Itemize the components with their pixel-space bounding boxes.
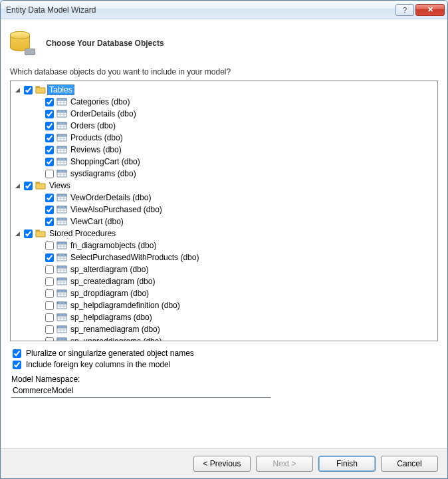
- item-checkbox[interactable]: [45, 194, 54, 202]
- tree-item[interactable]: Orders (dbo): [12, 120, 436, 132]
- tree-group-tables[interactable]: ◢Tables: [12, 84, 436, 96]
- item-label[interactable]: ViewAlsoPurchased (dbo): [68, 205, 164, 214]
- item-label[interactable]: fn_diagramobjects (dbo): [68, 241, 158, 250]
- table-icon: [56, 157, 67, 166]
- item-label[interactable]: sp_dropdiagram (dbo): [68, 289, 151, 298]
- close-button[interactable]: ✕: [415, 4, 445, 16]
- item-label[interactable]: VewOrderDetails (dbo): [68, 193, 153, 202]
- svg-rect-36: [57, 194, 66, 196]
- svg-rect-11: [57, 122, 66, 124]
- finish-button[interactable]: Finish: [318, 456, 376, 472]
- tree-item[interactable]: VewOrderDetails (dbo): [12, 192, 436, 204]
- group-checkbox[interactable]: [24, 182, 33, 190]
- tree-item[interactable]: SelectPurchasedWithProducts (dbo): [12, 251, 436, 263]
- tree-group-sprocs[interactable]: ◢Stored Procedures: [12, 228, 436, 240]
- svg-rect-81: [57, 314, 66, 316]
- group-label[interactable]: Views: [47, 181, 72, 190]
- cancel-button[interactable]: Cancel: [381, 456, 438, 472]
- item-label[interactable]: sp_alterdiagram (dbo): [68, 265, 150, 274]
- group-checkbox[interactable]: [24, 86, 33, 94]
- item-checkbox[interactable]: [45, 134, 54, 142]
- item-label[interactable]: ViewCart (dbo): [68, 217, 126, 226]
- item-checkbox[interactable]: [45, 313, 54, 322]
- item-label[interactable]: SelectPurchasedWithProducts (dbo): [68, 253, 201, 262]
- tree-item[interactable]: ViewAlsoPurchased (dbo): [12, 204, 436, 216]
- fk-option: Include foreign key columns in the model: [11, 360, 437, 369]
- item-checkbox[interactable]: [45, 146, 54, 154]
- table-icon: [56, 277, 67, 286]
- item-checkbox[interactable]: [45, 241, 54, 250]
- item-checkbox[interactable]: [45, 301, 54, 310]
- item-checkbox[interactable]: [45, 110, 54, 118]
- item-label[interactable]: sp_renamediagram (dbo): [68, 325, 162, 334]
- tree-item[interactable]: sp_upgraddiagrams (dbo): [12, 335, 436, 341]
- pluralize-label[interactable]: Pluralize or singularize generated objec…: [26, 349, 194, 358]
- svg-rect-66: [57, 278, 66, 280]
- item-checkbox[interactable]: [45, 98, 54, 106]
- item-label[interactable]: ShoppingCart (dbo): [68, 157, 142, 166]
- item-label[interactable]: sp_upgraddiagrams (dbo): [68, 337, 164, 341]
- group-label[interactable]: Tables: [47, 84, 74, 95]
- item-label[interactable]: sp_helpdiagramdefinition (dbo): [68, 301, 182, 310]
- item-label[interactable]: Reviews (dbo): [68, 145, 124, 154]
- tree-item[interactable]: sp_dropdiagram (dbo): [12, 287, 436, 299]
- item-label[interactable]: Categories (dbo): [68, 97, 132, 106]
- content-area: Choose Your Database Objects Which datab…: [1, 19, 447, 448]
- tree-item[interactable]: Categories (dbo): [12, 96, 436, 108]
- expand-toggle-icon[interactable]: ◢: [13, 182, 21, 190]
- tree-item[interactable]: ShoppingCart (dbo): [12, 156, 436, 168]
- database-icon: [10, 30, 34, 57]
- window-title: Entity Data Model Wizard: [6, 5, 395, 15]
- svg-rect-51: [57, 242, 66, 244]
- group-checkbox[interactable]: [24, 230, 33, 238]
- tree-item[interactable]: sp_alterdiagram (dbo): [12, 263, 436, 275]
- item-checkbox[interactable]: [45, 206, 54, 214]
- tree-item[interactable]: fn_diagramobjects (dbo): [12, 240, 436, 251]
- tree-item[interactable]: sp_creatediagram (dbo): [12, 275, 436, 287]
- item-checkbox[interactable]: [45, 218, 54, 226]
- expand-toggle-icon[interactable]: ◢: [13, 230, 21, 238]
- item-checkbox[interactable]: [45, 253, 54, 262]
- item-checkbox[interactable]: [45, 325, 54, 334]
- fk-label[interactable]: Include foreign key columns in the model: [26, 360, 170, 369]
- item-checkbox[interactable]: [45, 170, 54, 178]
- tree-item[interactable]: Products (dbo): [12, 132, 436, 144]
- item-label[interactable]: sysdiagrams (dbo): [68, 169, 138, 178]
- tree-item[interactable]: sp_helpdiagrams (dbo): [12, 311, 436, 323]
- button-bar: < Previous Next > Finish Cancel: [1, 448, 447, 478]
- item-label[interactable]: Orders (dbo): [68, 121, 118, 130]
- item-checkbox[interactable]: [45, 277, 54, 286]
- item-checkbox[interactable]: [45, 289, 54, 298]
- item-label[interactable]: OrderDetails (dbo): [68, 109, 138, 118]
- table-icon: [56, 193, 67, 202]
- tree-item[interactable]: sysdiagrams (dbo): [12, 168, 436, 180]
- svg-rect-1: [57, 98, 66, 100]
- item-checkbox[interactable]: [45, 122, 54, 130]
- page-title: Choose Your Database Objects: [46, 39, 164, 48]
- tree-item[interactable]: Reviews (dbo): [12, 144, 436, 156]
- tree-item[interactable]: sp_renamediagram (dbo): [12, 323, 436, 335]
- item-checkbox[interactable]: [45, 265, 54, 274]
- tree-item[interactable]: OrderDetails (dbo): [12, 108, 436, 120]
- table-icon: [56, 241, 67, 250]
- group-label[interactable]: Stored Procedures: [47, 229, 118, 238]
- item-checkbox[interactable]: [45, 158, 54, 166]
- pluralize-checkbox[interactable]: [13, 349, 21, 358]
- expand-toggle-icon[interactable]: ◢: [13, 86, 21, 94]
- tree-group-views[interactable]: ◢Views: [12, 180, 436, 192]
- tree-item[interactable]: ViewCart (dbo): [12, 216, 436, 228]
- item-label[interactable]: sp_creatediagram (dbo): [68, 277, 157, 286]
- namespace-input[interactable]: [11, 384, 271, 398]
- objects-tree[interactable]: ◢TablesCategories (dbo)OrderDetails (dbo…: [10, 80, 438, 341]
- tree-item[interactable]: sp_helpdiagramdefinition (dbo): [12, 299, 436, 311]
- svg-rect-91: [57, 338, 66, 340]
- options-area: Pluralize or singularize generated objec…: [10, 341, 438, 400]
- pluralize-option: Pluralize or singularize generated objec…: [11, 349, 437, 358]
- next-button[interactable]: Next >: [256, 456, 313, 472]
- item-label[interactable]: Products (dbo): [68, 133, 125, 142]
- fk-checkbox[interactable]: [13, 361, 21, 369]
- help-button[interactable]: ?: [395, 4, 414, 16]
- table-icon: [56, 145, 67, 154]
- previous-button[interactable]: < Previous: [193, 456, 251, 472]
- item-label[interactable]: sp_helpdiagrams (dbo): [68, 313, 154, 322]
